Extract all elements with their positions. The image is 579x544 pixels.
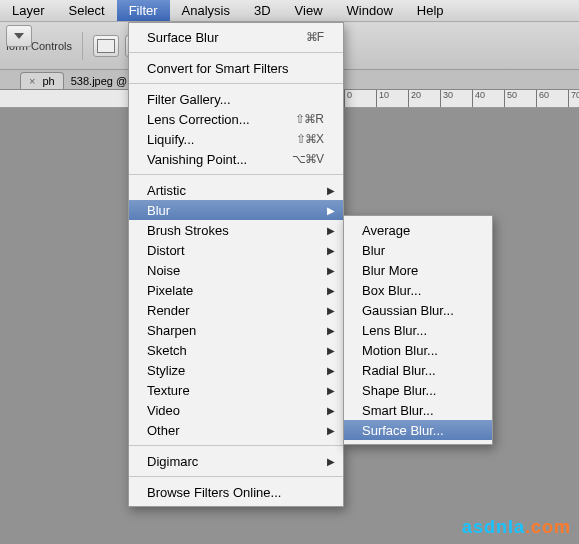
tool-dropdown[interactable] (6, 25, 32, 47)
menu-item-filter-gallery-[interactable]: Filter Gallery... (129, 89, 343, 109)
submenu-item-lens-blur-[interactable]: Lens Blur... (344, 320, 492, 340)
menu-item-noise[interactable]: Noise▶ (129, 260, 343, 280)
submenu-item-gaussian-blur-[interactable]: Gaussian Blur... (344, 300, 492, 320)
close-icon[interactable]: × (29, 75, 35, 87)
separator (129, 83, 343, 84)
chevron-right-icon: ▶ (327, 285, 335, 296)
ruler-tick: 50 (504, 90, 517, 108)
submenu-item-blur[interactable]: Blur (344, 240, 492, 260)
menu-item-video[interactable]: Video▶ (129, 400, 343, 420)
menu-item-convert-smart[interactable]: Convert for Smart Filters (129, 58, 343, 78)
menubar-item-view[interactable]: View (283, 0, 335, 21)
ruler-tick: 30 (440, 90, 453, 108)
menu-item-label: Distort (147, 243, 323, 258)
chevron-right-icon: ▶ (327, 185, 335, 196)
menu-item-render[interactable]: Render▶ (129, 300, 343, 320)
chevron-down-icon (14, 33, 24, 39)
menu-item-stylize[interactable]: Stylize▶ (129, 360, 343, 380)
submenu-item-surface-blur-[interactable]: Surface Blur... (344, 420, 492, 440)
watermark: asdnla.com (462, 517, 571, 538)
ruler-tick: 0 (344, 90, 352, 108)
submenu-item-motion-blur-[interactable]: Motion Blur... (344, 340, 492, 360)
menu-item-label: Texture (147, 383, 323, 398)
menu-item-label: Vanishing Point... (147, 152, 292, 167)
separator (129, 445, 343, 446)
menubar-item-layer[interactable]: Layer (0, 0, 57, 21)
menu-item-sharpen[interactable]: Sharpen▶ (129, 320, 343, 340)
filter-menu[interactable]: Surface Blur⌘FConvert for Smart FiltersF… (128, 22, 344, 507)
shortcut-label: ⌘F (306, 30, 323, 44)
shortcut-label: ⌥⌘V (292, 152, 323, 166)
menu-item-other[interactable]: Other▶ (129, 420, 343, 440)
ruler-tick: 40 (472, 90, 485, 108)
menu-item-brush-strokes[interactable]: Brush Strokes▶ (129, 220, 343, 240)
menu-item-sketch[interactable]: Sketch▶ (129, 340, 343, 360)
layout-icon (97, 39, 115, 53)
menu-item-label: Digimarc (147, 454, 323, 469)
submenu-item-smart-blur-[interactable]: Smart Blur... (344, 400, 492, 420)
menu-item-label: Radial Blur... (362, 363, 472, 378)
menu-item-label: Box Blur... (362, 283, 472, 298)
menu-item-browse-online[interactable]: Browse Filters Online... (129, 482, 343, 502)
blur-submenu[interactable]: AverageBlurBlur MoreBox Blur...Gaussian … (343, 215, 493, 445)
chevron-right-icon: ▶ (327, 345, 335, 356)
menu-item-label: Browse Filters Online... (147, 485, 323, 500)
tab-label-prefix: ph (43, 75, 55, 87)
shortcut-label: ⇧⌘R (295, 112, 323, 126)
submenu-item-shape-blur-[interactable]: Shape Blur... (344, 380, 492, 400)
menu-item-blur[interactable]: Blur▶ (129, 200, 343, 220)
menubar[interactable]: LayerSelectFilterAnalysis3DViewWindowHel… (0, 0, 579, 22)
menu-item-label: Surface Blur (147, 30, 306, 45)
shortcut-label: ⇧⌘X (296, 132, 323, 146)
menu-item-label: Brush Strokes (147, 223, 323, 238)
menu-item-label: Artistic (147, 183, 323, 198)
submenu-item-average[interactable]: Average (344, 220, 492, 240)
menu-item-label: Average (362, 223, 472, 238)
chevron-right-icon: ▶ (327, 225, 335, 236)
menu-item-label: Blur More (362, 263, 472, 278)
menu-item-vanishing-point-[interactable]: Vanishing Point...⌥⌘V (129, 149, 343, 169)
menu-item-label: Surface Blur... (362, 423, 472, 438)
menu-item-distort[interactable]: Distort▶ (129, 240, 343, 260)
menu-item-liquify-[interactable]: Liquify...⇧⌘X (129, 129, 343, 149)
separator (129, 174, 343, 175)
menu-item-label: Filter Gallery... (147, 92, 323, 107)
menubar-item-help[interactable]: Help (405, 0, 456, 21)
menu-item-pixelate[interactable]: Pixelate▶ (129, 280, 343, 300)
toolbar-button-1[interactable] (93, 35, 119, 57)
menubar-item-filter[interactable]: Filter (117, 0, 170, 21)
submenu-item-blur-more[interactable]: Blur More (344, 260, 492, 280)
menu-item-label: Other (147, 423, 323, 438)
ruler-tick: 10 (376, 90, 389, 108)
chevron-right-icon: ▶ (327, 325, 335, 336)
menu-item-label: Lens Correction... (147, 112, 295, 127)
menu-item-digimarc[interactable]: Digimarc▶ (129, 451, 343, 471)
chevron-right-icon: ▶ (327, 405, 335, 416)
chevron-right-icon: ▶ (327, 385, 335, 396)
menu-item-last-filter[interactable]: Surface Blur⌘F (129, 27, 343, 47)
submenu-item-radial-blur-[interactable]: Radial Blur... (344, 360, 492, 380)
watermark-a: asdnla (462, 517, 525, 537)
chevron-right-icon: ▶ (327, 205, 335, 216)
menu-item-artistic[interactable]: Artistic▶ (129, 180, 343, 200)
ruler-tick: 60 (536, 90, 549, 108)
menubar-item-analysis[interactable]: Analysis (170, 0, 242, 21)
menubar-item-3d[interactable]: 3D (242, 0, 283, 21)
menu-item-label: Lens Blur... (362, 323, 472, 338)
divider (82, 32, 83, 60)
submenu-item-box-blur-[interactable]: Box Blur... (344, 280, 492, 300)
menu-item-label: Sketch (147, 343, 323, 358)
ruler-tick: 70 (568, 90, 579, 108)
menu-item-label: Video (147, 403, 323, 418)
chevron-right-icon: ▶ (327, 305, 335, 316)
menu-item-lens-correction-[interactable]: Lens Correction...⇧⌘R (129, 109, 343, 129)
document-tab[interactable]: × ph (20, 72, 64, 89)
menubar-item-window[interactable]: Window (335, 0, 405, 21)
menu-item-label: Sharpen (147, 323, 323, 338)
separator (129, 476, 343, 477)
chevron-right-icon: ▶ (327, 245, 335, 256)
menu-item-label: Render (147, 303, 323, 318)
menu-item-texture[interactable]: Texture▶ (129, 380, 343, 400)
menubar-item-select[interactable]: Select (57, 0, 117, 21)
watermark-b: .com (525, 517, 571, 537)
